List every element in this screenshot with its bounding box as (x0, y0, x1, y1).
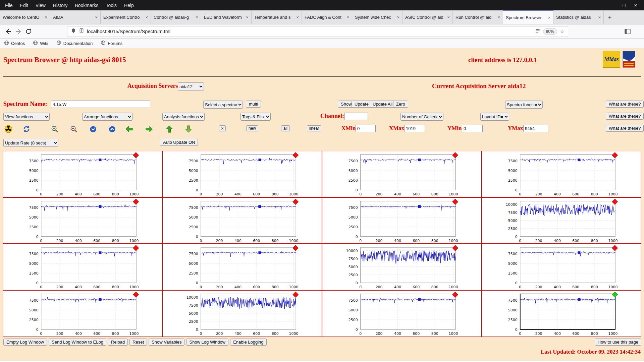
spectrum-plot-r2c1[interactable]: 025005000750002004006008001000 (3, 197, 162, 244)
update-all-button[interactable]: Update All (370, 101, 395, 108)
reload-button[interactable]: Reload (108, 339, 128, 346)
collapse-icon[interactable] (89, 125, 97, 133)
spectrum-plot-r3c1[interactable]: 025005000750002004006008001000 (3, 244, 162, 290)
bookmark-wiki[interactable]: Wiki (33, 40, 48, 46)
reader-mode-icon[interactable] (535, 28, 540, 35)
xmin-input[interactable] (356, 125, 376, 132)
tab-close-icon[interactable]: × (497, 15, 500, 20)
analysis-functions-select[interactable]: Analysis functions (162, 113, 205, 121)
multi-button[interactable]: multi (246, 101, 261, 108)
menu-history[interactable]: History (49, 3, 71, 8)
menu-help[interactable]: Help (120, 3, 138, 8)
bookmark-forums[interactable]: Forums (101, 40, 122, 46)
spectrum-plot-r2c4[interactable]: 02500500075001000002004006008001000 (482, 197, 641, 244)
menu-view[interactable]: View (32, 3, 49, 8)
spectrum-plot-r1c4[interactable]: 025005000750002004006008001000 (482, 151, 641, 197)
tab-welcome-to-cento[interactable]: Welcome to CentO× (0, 10, 50, 24)
tab-close-icon[interactable]: × (447, 15, 450, 20)
tab-close-icon[interactable]: × (196, 15, 198, 20)
url-bar[interactable]: localhost:8015/Spectrum/Spectrum.tml 90%… (67, 26, 568, 37)
refresh-icon[interactable] (22, 125, 31, 133)
maximize-button[interactable]: □ (619, 2, 630, 8)
layout-select[interactable]: Layout ID=1 (480, 113, 509, 121)
tab-close-icon[interactable]: × (95, 15, 98, 20)
arrow-right-icon[interactable] (145, 125, 154, 133)
spectrum-plot-r4c4[interactable]: 025005000750002004006008001000 (482, 290, 641, 337)
shield-icon[interactable] (71, 28, 76, 35)
forward-icon[interactable] (13, 26, 23, 37)
tab-led-and-waveform[interactable]: LED and Waveform× (201, 10, 252, 24)
tab-fadc-align-cont[interactable]: FADC Align & Cont× (302, 10, 352, 24)
new-tab-button[interactable]: + (604, 10, 616, 24)
what-are-these-button-1[interactable]: What are these? (606, 101, 644, 108)
tab-aida[interactable]: AIDA× (50, 10, 101, 24)
tab-statistics-aidas[interactable]: Statistics @ aidas× (553, 10, 604, 24)
send-log-window-to-elog-button[interactable]: Send Log Window to ELog (49, 339, 106, 346)
linear-button[interactable]: linear (307, 125, 321, 131)
view-functions-select[interactable]: View functions (3, 113, 50, 121)
how-to-use-button[interactable]: How to use this page (595, 339, 641, 346)
page-info-icon[interactable] (79, 28, 84, 35)
sidebar-icon[interactable] (625, 29, 631, 34)
acquisition-server-select[interactable]: aida12 (178, 82, 204, 90)
menu-tools[interactable]: Tools (102, 3, 120, 8)
tab-asic-control-aid[interactable]: ASIC Control @ aid× (402, 10, 453, 24)
menu-edit[interactable]: Edit (16, 3, 32, 8)
tab-run-control-aid[interactable]: Run Control @ aid× (453, 10, 503, 24)
spectrum-plot-r3c3[interactable]: 02500500075001000002004006008001000 (322, 244, 482, 290)
arrow-down-icon[interactable] (184, 125, 193, 133)
empty-log-window-button[interactable]: Empty Log Window (3, 339, 47, 346)
spectrum-plot-r3c4[interactable]: 025005000750002004006008001000 (482, 244, 641, 290)
arrange-functions-select[interactable]: Arrange functions (82, 113, 132, 121)
xmax-input[interactable] (404, 125, 425, 132)
tab-system-wide-chec[interactable]: System wide Chec× (352, 10, 402, 24)
ymin-input[interactable] (462, 125, 483, 132)
spectrum-plot-r1c2[interactable]: 025005000750002004006008001000 (162, 151, 322, 197)
zoom-in-icon[interactable] (50, 125, 59, 133)
menu-bookmarks[interactable]: Bookmarks (71, 3, 102, 8)
arrow-left-icon[interactable] (125, 125, 133, 133)
tab-close-icon[interactable]: × (346, 15, 349, 20)
show-variables-button[interactable]: Show Variables (149, 339, 184, 346)
all-button[interactable]: all (281, 125, 290, 131)
spectrum-plot-r2c2[interactable]: 025005000750002004006008001000 (162, 197, 322, 244)
update-button[interactable]: Update (352, 101, 372, 108)
auto-update-button[interactable]: Auto Update ON (160, 139, 198, 146)
enable-logging-button[interactable]: Enable Logging (230, 339, 266, 346)
spectrum-name-input[interactable] (51, 101, 150, 108)
tab-temperature-and-s[interactable]: Temperature and s× (252, 10, 302, 24)
tab-close-icon[interactable]: × (246, 15, 249, 20)
show-log-window-button[interactable]: Show Log Window (186, 339, 228, 346)
spectrum-plot-r4c3[interactable]: 025005000750002004006008001000 (322, 290, 482, 337)
x-button[interactable]: x (219, 125, 226, 131)
tags-fits-select[interactable]: Tags & Fits (240, 113, 271, 121)
bookmark-centos[interactable]: Centos (4, 40, 25, 46)
arrow-up-icon[interactable] (165, 125, 174, 133)
zoom-out-icon[interactable] (69, 125, 78, 133)
reset-button[interactable]: Reset (129, 339, 147, 346)
back-icon[interactable] (3, 26, 13, 37)
close-button[interactable]: × (630, 2, 641, 8)
tab-control-aidas-g[interactable]: Control @ aidas-g× (151, 10, 201, 24)
tab-close-icon[interactable]: × (296, 15, 299, 20)
menu-file[interactable]: File (1, 3, 16, 8)
spectrum-plot-r3c2[interactable]: 025005000750002004006008001000 (162, 244, 322, 290)
update-rate-select[interactable]: Update Rate (8 secs) (3, 139, 58, 147)
tab-experiment-contro[interactable]: Experiment Contro× (101, 10, 151, 24)
bookmark-star-icon[interactable]: ☆ (560, 28, 565, 35)
new-button[interactable]: new (246, 125, 258, 131)
radiation-icon[interactable] (4, 125, 13, 133)
select-a-spectrum[interactable]: Select a spectrum (203, 101, 243, 109)
reload-icon[interactable] (23, 26, 34, 37)
zero-button[interactable]: Zero (393, 101, 408, 108)
zoom-level[interactable]: 90% (543, 28, 557, 35)
spectrum-plot-r4c2[interactable]: 02500500075001000002004006008001000 (162, 290, 322, 337)
what-are-these-button-3[interactable]: What are these? (606, 125, 644, 132)
url-text[interactable]: localhost:8015/Spectrum/Spectrum.tml (87, 29, 532, 34)
expand-icon[interactable] (108, 125, 116, 133)
tab-close-icon[interactable]: × (145, 15, 148, 20)
spectrum-plot-r1c3[interactable]: 025005000750002004006008001000 (322, 151, 482, 197)
tab-close-icon[interactable]: × (397, 15, 399, 20)
galleries-select[interactable]: Number of Galleries (400, 113, 443, 121)
tab-close-icon[interactable]: × (548, 15, 550, 20)
